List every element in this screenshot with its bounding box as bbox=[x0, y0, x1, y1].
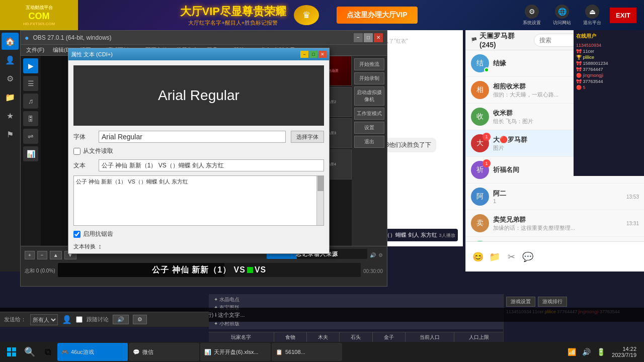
gear-icon: ⚙ bbox=[525, 5, 539, 19]
obs-studio-mode-button[interactable]: 工作室模式 bbox=[354, 108, 384, 120]
scrollbar[interactable] bbox=[316, 176, 324, 225]
tray-battery-icon[interactable]: 🔋 bbox=[595, 346, 607, 358]
chat-item-xiaolian[interactable]: 笑 笑脸百十 50 前天 bbox=[466, 237, 644, 241]
exit-platform-button[interactable]: ⏏ 退出平台 bbox=[580, 3, 605, 28]
chat-avatar-aer: 阿 bbox=[471, 188, 489, 206]
obs-right-panel: 开始推流 开始录制 启动虚拟摄像机 工作室模式 设置 退出 bbox=[352, 56, 387, 246]
taskbar-app-excel[interactable]: 📊 天开开盘(6).xlsx... bbox=[200, 343, 271, 361]
sidebar-item-folder[interactable]: 📁 bbox=[2, 88, 19, 106]
obs-up-scene-button[interactable]: ▲ bbox=[50, 251, 62, 259]
chat-flag-icon: 🏴 bbox=[471, 37, 477, 43]
obs-close-button[interactable]: ✕ bbox=[374, 33, 383, 42]
sidebar-item-flag[interactable]: ⚑ bbox=[2, 126, 19, 143]
obs-minimize-button[interactable]: − bbox=[354, 33, 363, 42]
obs-settings-gear-icon: ⚙ bbox=[378, 252, 383, 258]
follow-checkbox[interactable] bbox=[76, 316, 83, 323]
send-controls: 发送给： 所有人 👤 跟随讨论 🔊 ⚙ bbox=[0, 312, 209, 327]
obs-remove-scene-button[interactable]: − bbox=[37, 251, 47, 259]
online-indicator bbox=[484, 67, 489, 72]
text-dialog-minimize[interactable]: − bbox=[300, 51, 308, 58]
taskbar-app-gaming[interactable]: 🎮 46uc游戏 bbox=[57, 343, 128, 361]
chat-item-aer[interactable]: 阿 阿二 1 13:53 bbox=[466, 184, 644, 210]
obs-virtual-cam-button[interactable]: 启动虚拟摄像机 bbox=[354, 86, 384, 106]
scrollbar-thumb[interactable] bbox=[317, 176, 324, 191]
visit-website-button[interactable]: 🌐 访问网站 bbox=[549, 3, 575, 28]
taskbar-search[interactable]: 🔍 bbox=[22, 344, 38, 360]
taskbar: 🔍 ⧉ 🎮 46uc游戏 💬 微信 📊 天开开盘(6).xlsx... 📋 56… bbox=[0, 342, 644, 362]
obs-add-scene-button[interactable]: + bbox=[25, 251, 35, 259]
folder-button[interactable]: 📁 bbox=[488, 250, 502, 264]
text-dialog-titlebar: 属性 文本 (CDI+) − □ ✕ bbox=[68, 48, 329, 60]
col-gold: 金子 bbox=[373, 332, 406, 342]
audio-button[interactable]: 🔊 bbox=[113, 315, 129, 324]
rb-button-2[interactable]: 游戏排行 bbox=[538, 297, 567, 307]
taskbar-app-misc[interactable]: 📋 56108... bbox=[272, 343, 342, 361]
col-player-name: 玩家名字 bbox=[209, 332, 274, 342]
obs-start-streaming-button[interactable]: 开始推流 bbox=[354, 58, 384, 70]
exit-button[interactable]: EXIT bbox=[610, 8, 636, 23]
online-list-title: 在线用户 bbox=[576, 33, 641, 40]
sidebar-item-home[interactable]: 🏠 bbox=[2, 33, 19, 50]
tray-network-icon[interactable]: 📶 bbox=[566, 346, 578, 358]
text-extended-area[interactable]: 公子 神仙 新新（1） VS（）蝴蝶 剑人 东方红 bbox=[73, 175, 324, 226]
emoji-button[interactable]: 😊 bbox=[471, 250, 485, 264]
obs-maximize-button[interactable]: □ bbox=[364, 33, 373, 42]
from-file-checkbox[interactable] bbox=[73, 148, 80, 155]
tray-volume-icon[interactable]: 🔊 bbox=[580, 346, 592, 358]
text-dialog-maximize[interactable]: □ bbox=[309, 51, 317, 58]
start-button[interactable] bbox=[3, 343, 21, 361]
svg-rect-3 bbox=[12, 352, 16, 356]
obs-settings-button[interactable]: 设置 bbox=[354, 122, 384, 134]
obs-menu-file[interactable]: 文件(F) bbox=[23, 45, 47, 55]
wechat-label: 微信 bbox=[142, 348, 153, 356]
taskbar-clock[interactable]: 14:22 2023/7/19 bbox=[609, 346, 639, 358]
obs-logo-icon: ● bbox=[25, 34, 29, 42]
sidebar-item-settings[interactable]: ⚙ bbox=[2, 70, 19, 87]
vip-register-button[interactable]: 点这里办理大厅VIP bbox=[337, 7, 418, 24]
taskbar-taskview[interactable]: ⧉ bbox=[40, 344, 56, 360]
obs-title-text: OBS 27.0.1 (64-bit, windows) bbox=[33, 34, 111, 41]
text-dialog-controls: − □ ✕ bbox=[300, 51, 327, 58]
clock-date: 2023/7/19 bbox=[612, 352, 636, 358]
obs-volume-icon: 🔊 bbox=[370, 252, 376, 258]
font-preview-text: Arial Regular bbox=[158, 87, 239, 104]
font-name-input[interactable] bbox=[99, 131, 286, 143]
send-avatar-button[interactable]: 👤 bbox=[62, 315, 72, 324]
obs-panel-stats[interactable]: 📊 bbox=[23, 146, 38, 161]
text-content-input[interactable] bbox=[99, 159, 324, 171]
top-banner: 互动财战平台 COM HD.FXT365.COM 大厅VIP尽显尊贵荣耀 大厅红… bbox=[0, 0, 644, 30]
chat-icon-button[interactable]: 💬 bbox=[521, 250, 535, 264]
chat-input-area: 😊 📁 ✂ 💬 bbox=[466, 241, 644, 272]
font-select-button[interactable]: 选择字体 bbox=[291, 131, 324, 143]
bottom-gear-button[interactable]: ⚙ bbox=[133, 315, 147, 324]
obs-start-recording-button[interactable]: 开始录制 bbox=[354, 72, 384, 84]
obs-time-label: 志和 0 (0.0%) bbox=[25, 267, 55, 275]
chat-info-aer: 阿二 1 bbox=[493, 189, 622, 204]
obs-panel-transition[interactable]: ⇌ bbox=[23, 129, 38, 144]
scissors-button[interactable]: ✂ bbox=[504, 250, 518, 264]
game-table-headers: 玩家名字 食物 木夫 石头 金子 当前人口 人口上限 bbox=[209, 332, 503, 342]
obs-panel-source[interactable]: ☰ bbox=[23, 76, 38, 91]
obs-panel-audio[interactable]: ♬ bbox=[23, 94, 38, 109]
obs-panel-filter[interactable]: 🎛 bbox=[23, 111, 38, 126]
anti-alias-checkbox[interactable] bbox=[73, 231, 80, 238]
chat-title: 天▣罗马群 (245) bbox=[479, 32, 527, 49]
rb-button-1[interactable]: 游戏设置 bbox=[506, 297, 535, 307]
chat-item-maixiao[interactable]: 卖 卖笑兄弟群 加缘的话：这很重要先整理整理... 13:31 bbox=[466, 210, 644, 237]
obs-exit-button[interactable]: 退出 bbox=[354, 136, 384, 148]
text-dialog-close[interactable]: ✕ bbox=[318, 51, 327, 58]
right-bottom-controls: 游戏设置 游戏排行 bbox=[506, 297, 641, 307]
obs-window-controls: − □ ✕ bbox=[354, 33, 383, 42]
taskbar-app-wechat[interactable]: 💬 微信 bbox=[129, 343, 199, 361]
menu-item-shui-jing-dian[interactable]: ✦ 水晶电点 bbox=[214, 296, 498, 304]
send-to-select[interactable]: 所有人 bbox=[30, 314, 58, 325]
system-settings-button[interactable]: ⚙ 系统设置 bbox=[519, 3, 544, 28]
excel-icon: 📊 bbox=[204, 349, 211, 355]
obs-panel-scene[interactable]: ▶ bbox=[23, 58, 38, 73]
chat-avatar-jieyuan: 结 bbox=[471, 54, 489, 72]
sidebar-item-user[interactable]: 👤 bbox=[2, 51, 19, 68]
col-current-pop: 当前人口 bbox=[406, 332, 455, 342]
sidebar-item-star[interactable]: ★ bbox=[2, 107, 19, 124]
vip-subtitle: 大厅红字名字+醒目人+胜负标记报警 bbox=[180, 19, 286, 27]
globe-icon: 🌐 bbox=[555, 5, 569, 19]
